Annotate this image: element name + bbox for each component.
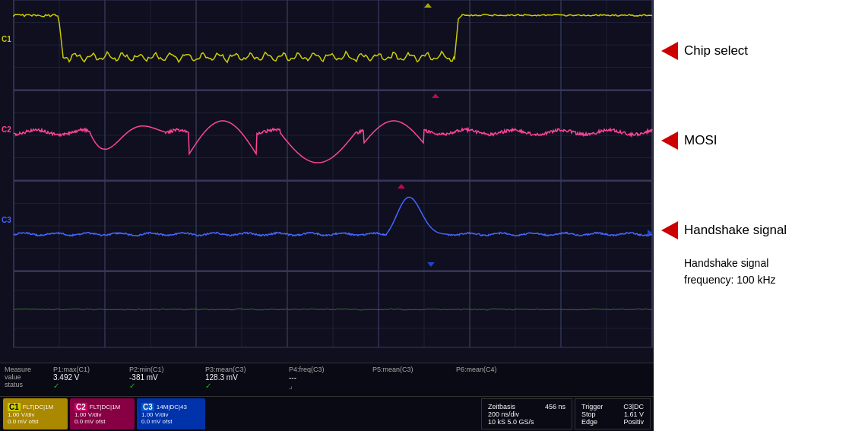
p1-col: P1:max(C1) 3.492 V ✓ — [50, 366, 126, 390]
p1-status: ✓ — [53, 382, 123, 390]
c1-offset: 0.0 mV ofst — [8, 418, 63, 425]
c3-badge: C3 14M|DC|43 1.00 V/div 0.0 mV ofst — [137, 398, 205, 429]
mosi-text: MOSI — [684, 133, 717, 148]
c3-mode: 14M|DC|43 — [157, 404, 187, 410]
p2-label: P2:min(C1) — [129, 366, 199, 373]
c1-badge: C1 FLT|DC|1M 1.00 V/div 0.0 mV ofst — [3, 398, 68, 429]
mosi-arrow — [661, 132, 678, 150]
chip-select-text: Chip select — [684, 43, 748, 59]
c3-vdiv: 1.00 V/div — [141, 411, 201, 418]
c1-mode: FLT|DC|1M — [23, 404, 53, 410]
c1-vdiv: 1.00 V/div — [8, 411, 63, 418]
p5-label: P5:mean(C3) — [372, 366, 450, 373]
measure-area: Measure value status P1:max(C1) 3.492 V … — [0, 363, 654, 431]
p4-col: P4:freq(C3) --- ⌟ — [286, 366, 369, 390]
zeitbasis-section: Zeitbasis 456 ns 200 ns/div 10 kS 5.0 GS… — [481, 398, 572, 429]
trigger-section: Trigger C3|DC Stop 1.61 V Edge Positiv — [575, 398, 651, 429]
c2-name: C2 — [74, 403, 87, 411]
trigger-label: Trigger — [581, 403, 603, 410]
measure-label: Measure — [5, 366, 50, 373]
channel-info-bar: C1 FLT|DC|1M 1.00 V/div 0.0 mV ofst C2 F… — [0, 397, 654, 431]
status-label: status — [5, 381, 50, 388]
p6-col: P6:mean(C4) — [453, 366, 537, 373]
c3-name: C3 — [141, 403, 154, 411]
c2-badge: C2 FLT|DC|1M 1.00 V/div 0.0 mV ofst — [70, 398, 135, 429]
labels-panel: Chip select MOSI Handshake signal Handsh… — [654, 0, 868, 431]
trigger-voltage: 1.61 V — [624, 410, 644, 418]
handshake-arrow — [661, 221, 678, 239]
p4-label: P4:freq(C3) — [289, 366, 366, 373]
p4-status: ⌟ — [289, 382, 366, 390]
p4-value: --- — [289, 373, 366, 382]
chip-select-arrow — [661, 42, 678, 60]
c2-offset: 0.0 mV ofst — [74, 418, 130, 425]
p3-value: 128.3 mV — [205, 373, 283, 382]
handshake-freq: Handshake signal frequency: 100 kHz — [661, 255, 868, 289]
p6-label: P6:mean(C4) — [456, 366, 534, 373]
trigger-stop: Stop — [581, 410, 596, 418]
handshake-text: Handshake signal — [684, 223, 787, 238]
handshake-label: Handshake signal — [661, 221, 868, 239]
p3-label: P3:mean(C3) — [205, 366, 283, 373]
p3-col: P3:mean(C3) 128.3 mV ✓ — [202, 366, 286, 390]
p2-value: -381 mV — [129, 373, 199, 382]
zeitbasis-line3: 10 kS 5.0 GS/s — [488, 418, 565, 426]
handshake-freq-label: Handshake signal — [684, 255, 868, 271]
c3-offset: 0.0 mV ofst — [141, 418, 201, 425]
chip-select-label: Chip select — [661, 42, 868, 60]
mosi-label: MOSI — [661, 132, 868, 150]
zeitbasis-value: 456 ns — [545, 403, 565, 410]
value-label: value — [5, 373, 50, 381]
trigger-polarity: Positiv — [623, 418, 644, 426]
p2-col: P2:min(C1) -381 mV ✓ — [126, 366, 202, 390]
trigger-edge: Edge — [581, 418, 597, 426]
p2-status: ✓ — [129, 382, 199, 390]
p1-value: 3.492 V — [53, 373, 123, 382]
zeitbasis-line2: 200 ns/div — [488, 410, 565, 418]
oscilloscope-display: Measure value status P1:max(C1) 3.492 V … — [0, 0, 654, 431]
handshake-freq-value: frequency: 100 kHz — [684, 271, 868, 288]
measure-title-col: Measure value status — [5, 366, 50, 388]
zeitbasis-label: Zeitbasis — [488, 403, 515, 410]
p5-col: P5:mean(C3) — [369, 366, 453, 373]
spacer — [207, 398, 479, 429]
measure-row: Measure value status P1:max(C1) 3.492 V … — [0, 363, 654, 397]
waveform-canvas — [0, 0, 654, 363]
c2-vdiv: 1.00 V/div — [74, 411, 130, 418]
p3-status: ✓ — [205, 382, 283, 390]
c2-mode: FLT|DC|1M — [90, 404, 120, 410]
c1-name: C1 — [8, 403, 21, 411]
trigger-ch: C3|DC — [623, 403, 644, 410]
p1-label: P1:max(C1) — [53, 366, 123, 373]
